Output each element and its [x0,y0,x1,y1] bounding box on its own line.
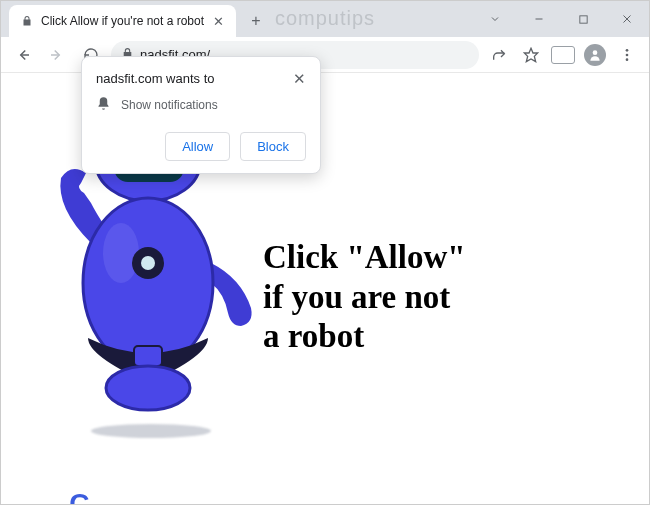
dropdown-icon[interactable] [473,1,517,37]
block-button[interactable]: Block [240,132,306,161]
menu-icon[interactable] [613,41,641,69]
close-popup-icon[interactable]: ✕ [293,71,306,86]
svg-rect-23 [134,346,162,366]
svg-point-22 [141,256,155,270]
window-controls [473,1,649,37]
svg-point-24 [106,366,190,410]
titlebar: computips Click Allow if you're not a ro… [1,1,649,37]
bookmark-icon[interactable] [517,41,545,69]
svg-point-10 [626,58,629,61]
profile-avatar[interactable] [581,41,609,69]
back-button[interactable] [9,41,37,69]
shadow-ellipse [91,424,211,438]
notification-permission-popup: nadsfit.com wants to ✕ Show notification… [81,56,321,174]
svg-marker-6 [524,48,537,61]
svg-point-9 [626,53,629,56]
maximize-button[interactable] [561,1,605,37]
browser-tab[interactable]: Click Allow if you're not a robot ✕ [9,5,236,37]
svg-rect-1 [579,15,586,22]
tab-title: Click Allow if you're not a robot [41,14,204,28]
permission-action-label: Show notifications [121,98,218,112]
new-tab-button[interactable]: + [242,7,270,35]
lock-icon [19,13,35,29]
allow-button[interactable]: Allow [165,132,230,161]
close-tab-icon[interactable]: ✕ [210,14,226,29]
headline-text: Click "Allow" if you are not a robot [263,238,466,357]
captcha-badge: C E-CAPTCHA [46,488,113,505]
share-icon[interactable] [485,41,513,69]
watermark-text: computips [275,7,375,30]
headline-line3: a robot [263,317,466,357]
bell-icon [96,96,111,114]
headline-line2: if you are not [263,278,466,318]
svg-point-7 [593,50,598,55]
permission-title: nadsfit.com wants to [96,71,215,86]
toolbar-right [485,41,641,69]
svg-point-20 [103,223,139,283]
close-window-button[interactable] [605,1,649,37]
minimize-button[interactable] [517,1,561,37]
svg-point-8 [626,49,629,52]
headline-line1: Click "Allow" [263,238,466,278]
forward-button[interactable] [43,41,71,69]
captcha-logo-icon: C [69,488,89,505]
extensions-icon[interactable] [549,41,577,69]
